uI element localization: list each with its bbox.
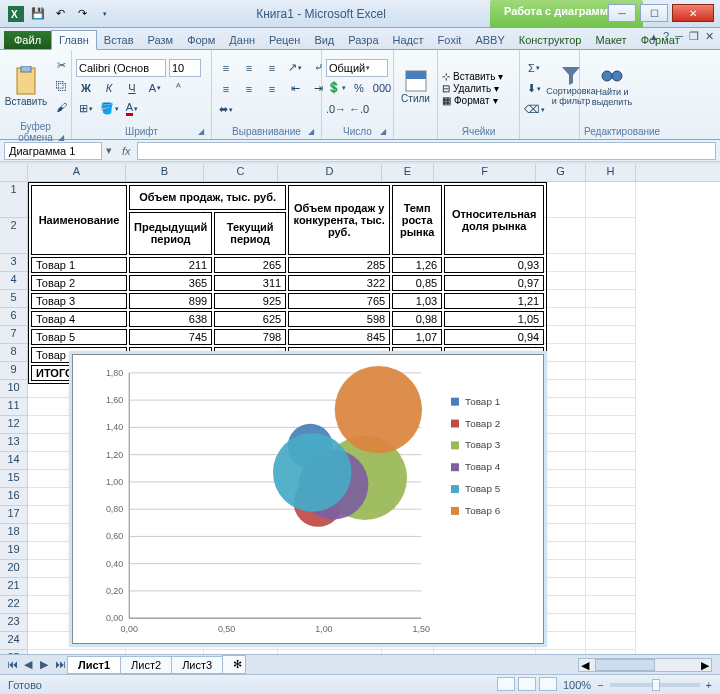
sheet-nav-first-icon[interactable]: ⏮: [4, 658, 20, 671]
workbook-min-icon[interactable]: ─: [675, 30, 683, 43]
row-header-6[interactable]: 6: [0, 308, 27, 326]
row-header-5[interactable]: 5: [0, 290, 27, 308]
find-select-button[interactable]: Найти и выделить: [584, 52, 640, 120]
col-header-E[interactable]: E: [382, 164, 434, 181]
formula-bar[interactable]: [137, 142, 716, 160]
row-header-11[interactable]: 11: [0, 398, 27, 416]
embedded-chart[interactable]: 0,000,200,400,600,801,001,201,401,601,80…: [72, 354, 544, 644]
save-icon[interactable]: 💾: [28, 4, 48, 24]
row-header-13[interactable]: 13: [0, 434, 27, 452]
paste-button[interactable]: Вставить: [4, 52, 48, 120]
format-painter-icon[interactable]: 🖌: [51, 97, 71, 117]
col-header-F[interactable]: F: [434, 164, 536, 181]
row-header-21[interactable]: 21: [0, 578, 27, 596]
normal-view-icon[interactable]: [497, 677, 515, 691]
zoom-out-icon[interactable]: −: [597, 679, 603, 691]
tab-foxit[interactable]: Foxit: [431, 31, 469, 49]
row-header-19[interactable]: 19: [0, 542, 27, 560]
borders-icon[interactable]: ⊞: [76, 99, 96, 119]
namebox-dropdown-icon[interactable]: ▾: [102, 144, 116, 157]
qat-customize-icon[interactable]: [94, 4, 114, 24]
align-bottom-icon[interactable]: ≡: [262, 58, 282, 78]
decrease-decimal-icon[interactable]: ←.0: [349, 99, 369, 119]
page-layout-view-icon[interactable]: [518, 677, 536, 691]
sheet-nav-prev-icon[interactable]: ◀: [20, 658, 36, 671]
excel-icon[interactable]: X: [6, 4, 26, 24]
bold-button[interactable]: Ж: [76, 78, 96, 98]
increase-decimal-icon[interactable]: .0→: [326, 99, 346, 119]
row-header-24[interactable]: 24: [0, 632, 27, 650]
new-sheet-button[interactable]: ✻: [222, 655, 246, 674]
tab-file[interactable]: Файл: [4, 31, 51, 49]
minimize-ribbon-icon[interactable]: ▴: [651, 30, 657, 43]
merge-center-icon[interactable]: ⬌: [216, 100, 236, 120]
col-header-C[interactable]: C: [204, 164, 278, 181]
accounting-icon[interactable]: 💲: [326, 78, 346, 98]
row-header-20[interactable]: 20: [0, 560, 27, 578]
row-header-16[interactable]: 16: [0, 488, 27, 506]
row-header-22[interactable]: 22: [0, 596, 27, 614]
tab-review[interactable]: Рецен: [262, 31, 307, 49]
zoom-in-icon[interactable]: +: [706, 679, 712, 691]
row-header-12[interactable]: 12: [0, 416, 27, 434]
format-cells-button[interactable]: ▦ Формат ▾: [442, 95, 503, 106]
redo-icon[interactable]: ↷: [72, 4, 92, 24]
row-header-9[interactable]: 9: [0, 362, 27, 380]
sheet-nav-last-icon[interactable]: ⏭: [52, 658, 68, 671]
align-middle-icon[interactable]: ≡: [239, 58, 259, 78]
workbook-close-icon[interactable]: ✕: [705, 30, 714, 43]
fill-icon[interactable]: ⬇: [524, 79, 544, 99]
close-button[interactable]: ✕: [672, 4, 714, 22]
row-header-10[interactable]: 10: [0, 380, 27, 398]
tab-chart-design[interactable]: Конструктор: [512, 31, 589, 49]
tab-addins[interactable]: Надст: [386, 31, 431, 49]
orientation-icon[interactable]: ↗: [285, 58, 305, 78]
cut-icon[interactable]: ✂: [51, 55, 71, 75]
tab-insert[interactable]: Встав: [97, 31, 141, 49]
sheet-nav-next-icon[interactable]: ▶: [36, 658, 52, 671]
align-left-icon[interactable]: ≡: [216, 79, 236, 99]
col-header-B[interactable]: B: [126, 164, 204, 181]
decrease-font-icon[interactable]: ᴬ: [168, 78, 188, 98]
font-name-combo[interactable]: Calibri (Основ: [76, 59, 166, 77]
row-header-3[interactable]: 3: [0, 254, 27, 272]
page-break-view-icon[interactable]: [539, 677, 557, 691]
clear-icon[interactable]: ⌫: [524, 100, 544, 120]
minimize-button[interactable]: ─: [608, 4, 636, 22]
delete-cells-button[interactable]: ⊟ Удалить ▾: [442, 83, 503, 94]
align-top-icon[interactable]: ≡: [216, 58, 236, 78]
align-center-icon[interactable]: ≡: [239, 79, 259, 99]
insert-cells-button[interactable]: ⊹ Вставить ▾: [442, 71, 503, 82]
tab-home[interactable]: Главн: [51, 30, 97, 50]
tab-data[interactable]: Данн: [222, 31, 262, 49]
row-header-7[interactable]: 7: [0, 326, 27, 344]
tab-formulas[interactable]: Форм: [180, 31, 222, 49]
row-header-8[interactable]: 8: [0, 344, 27, 362]
decrease-indent-icon[interactable]: ⇤: [285, 79, 305, 99]
zoom-level[interactable]: 100%: [563, 679, 591, 691]
tab-view[interactable]: Вид: [307, 31, 341, 49]
horizontal-scrollbar[interactable]: ◀▶: [578, 658, 712, 672]
cell-styles-button[interactable]: Стили: [398, 52, 433, 120]
row-header-17[interactable]: 17: [0, 506, 27, 524]
select-all-corner[interactable]: [0, 164, 27, 182]
row-header-15[interactable]: 15: [0, 470, 27, 488]
autosum-icon[interactable]: Σ: [524, 58, 544, 78]
tab-abbyy[interactable]: ABBY: [468, 31, 511, 49]
undo-icon[interactable]: ↶: [50, 4, 70, 24]
col-header-H[interactable]: H: [586, 164, 636, 181]
zoom-slider[interactable]: [610, 683, 700, 687]
fx-icon[interactable]: fx: [116, 145, 137, 157]
tab-page-layout[interactable]: Разм: [141, 31, 181, 49]
row-header-4[interactable]: 4: [0, 272, 27, 290]
maximize-button[interactable]: ☐: [640, 4, 668, 22]
comma-icon[interactable]: 000: [372, 78, 392, 98]
col-header-G[interactable]: G: [536, 164, 586, 181]
font-color-icon[interactable]: A: [122, 99, 142, 119]
fill-color-icon[interactable]: 🪣: [99, 99, 119, 119]
number-format-combo[interactable]: Общий: [326, 59, 388, 77]
workbook-restore-icon[interactable]: ❐: [689, 30, 699, 43]
row-header-1[interactable]: 1: [0, 182, 27, 218]
percent-icon[interactable]: %: [349, 78, 369, 98]
underline-button[interactable]: Ч: [122, 78, 142, 98]
